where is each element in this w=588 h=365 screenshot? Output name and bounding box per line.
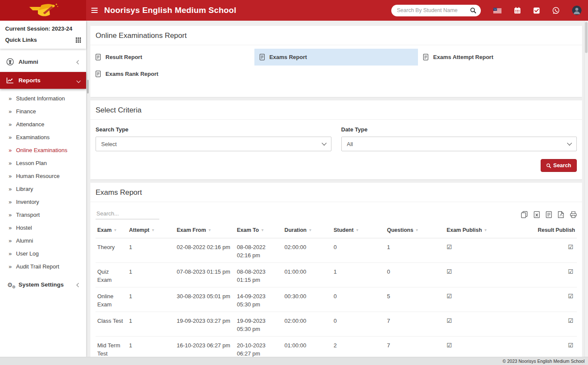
sidebar-item-label: System Settings — [19, 281, 64, 288]
exam-publish-checked-icon — [447, 244, 452, 250]
search-button[interactable]: Search — [541, 159, 577, 172]
sidebar-item-reports[interactable]: Reports — [0, 72, 86, 89]
col-header-exam-publish[interactable]: Exam Publish — [445, 223, 534, 238]
exam-publish-checked-icon — [447, 342, 452, 349]
search-type-label: Search Type — [96, 126, 331, 133]
table-row[interactable]: Class Test 1 19-09-2023 03:27 pm 19-09-2… — [96, 312, 577, 337]
subitem-hostel[interactable]: Hostel — [0, 221, 86, 234]
result-publish-checked-icon — [568, 342, 573, 349]
session-box: Current Session: 2023-24 Quick Links — [0, 21, 86, 49]
col-header-questions[interactable]: Questions — [385, 223, 445, 238]
chevron-down-icon — [77, 77, 80, 84]
exams-report-table: Exam Attempt Exam From Exam To Duration … — [96, 223, 577, 357]
subitem-finance[interactable]: Finance — [0, 105, 86, 118]
result-publish-checked-icon — [568, 244, 573, 250]
subitem-library[interactable]: Library — [0, 182, 86, 195]
table-row[interactable]: Theory 1 02-08-2022 02:16 pm 08-08-2022 … — [96, 238, 577, 263]
sidebar-item-alumni[interactable]: Alumni — [0, 53, 86, 71]
report-tab-grid: Result Report Exams Report Exams Attempt… — [90, 45, 582, 97]
select-criteria-card: Select Criteria Search Type Select Date … — [90, 100, 582, 179]
table-row[interactable]: Quiz Exam 1 07-08-2023 01:15 pm 08-08-20… — [96, 263, 577, 287]
search-icon — [546, 163, 551, 168]
export-print-button[interactable] — [570, 211, 577, 218]
search-icon[interactable] — [470, 7, 476, 13]
subitem-alumni[interactable]: Alumni — [0, 234, 86, 247]
app-window: Noorisys English Medium School — [0, 0, 588, 365]
top-navbar: Noorisys English Medium School — [0, 0, 588, 21]
calendar-icon[interactable] — [514, 7, 521, 14]
user-avatar[interactable] — [572, 6, 582, 15]
col-header-exam-from[interactable]: Exam From — [175, 223, 235, 238]
result-publish-checked-icon — [568, 268, 573, 275]
subitem-attendance[interactable]: Attendance — [0, 118, 86, 131]
page-title: Online Examinations Report — [90, 26, 582, 45]
navbar-right — [391, 5, 588, 16]
tasks-check-icon[interactable] — [533, 7, 540, 14]
table-row[interactable]: Online Exam 1 30-08-2023 05:01 pm 14-09-… — [96, 287, 577, 312]
subitem-audit-trail-report[interactable]: Audit Trail Report — [0, 260, 86, 273]
col-header-exam-to[interactable]: Exam To — [235, 223, 283, 238]
table-wrap: Exam Attempt Exam From Exam To Duration … — [90, 223, 582, 357]
exam-publish-checked-icon — [447, 268, 452, 275]
tab-exams-report[interactable]: Exams Report — [254, 49, 418, 66]
result-publish-checked-icon — [568, 293, 573, 299]
student-search-box[interactable] — [391, 5, 481, 16]
export-buttons — [521, 211, 577, 219]
col-header-exam[interactable]: Exam — [96, 223, 127, 238]
subitem-student-information[interactable]: Student Information — [0, 92, 86, 105]
export-pdf-button[interactable] — [558, 211, 564, 218]
tab-result-report[interactable]: Result Report — [90, 49, 254, 66]
export-csv-button[interactable] — [546, 211, 552, 218]
col-header-student[interactable]: Student — [332, 223, 385, 238]
search-type-select[interactable]: Select — [96, 137, 331, 151]
col-header-result-publish[interactable]: Result Publish — [533, 223, 577, 238]
chevron-left-icon — [77, 59, 80, 65]
whatsapp-icon[interactable] — [552, 7, 560, 14]
exam-publish-checked-icon — [447, 293, 452, 299]
exams-report-card: Exams Report — [90, 183, 582, 357]
sidebar-item-system-settings[interactable]: ⚙⚙ System Settings — [0, 276, 86, 293]
graduation-cap-logo-icon — [27, 2, 59, 19]
table-toolbar — [90, 202, 582, 223]
page-footer: © 2023 Noorisys English Medium School — [0, 357, 588, 365]
date-type-select-wrap: All — [341, 137, 577, 151]
chart-line-icon — [6, 77, 14, 84]
quick-links[interactable]: Quick Links — [5, 37, 81, 43]
app-title: Noorisys English Medium School — [104, 6, 236, 15]
page-scrollbar-thumb[interactable] — [585, 22, 588, 53]
date-type-select[interactable]: All — [341, 137, 577, 151]
student-search-input[interactable] — [397, 7, 467, 13]
tab-exams-rank-report[interactable]: Exams Rank Report — [90, 66, 254, 82]
export-excel-button[interactable] — [534, 211, 540, 218]
subitem-lesson-plan[interactable]: Lesson Plan — [0, 156, 86, 169]
export-copy-button[interactable] — [521, 211, 528, 218]
criteria-form: Search Type Select Date Type All — [90, 120, 582, 151]
sidebar: Current Session: 2023-24 Quick Links Alu… — [0, 21, 86, 357]
sidebar-scrollbar-thumb[interactable] — [87, 80, 89, 94]
school-logo[interactable] — [0, 0, 86, 21]
subitem-online-examinations[interactable]: Online Examinations — [0, 144, 86, 156]
navbar-left: Noorisys English Medium School — [91, 6, 391, 15]
file-icon — [423, 54, 428, 60]
table-row[interactable]: Mid Term Test 1 16-10-2023 06:27 pm 20-1… — [96, 337, 577, 357]
col-header-duration[interactable]: Duration — [283, 223, 332, 238]
file-icon — [260, 54, 265, 60]
grid-icon — [76, 37, 81, 43]
subitem-user-log[interactable]: User Log — [0, 247, 86, 260]
subitem-examinations[interactable]: Examinations — [0, 131, 86, 144]
table-search-input[interactable] — [96, 209, 159, 219]
table-search — [96, 209, 159, 219]
copyright-text: © 2023 Noorisys English Medium School — [503, 359, 585, 364]
subitem-human-resource[interactable]: Human Resource — [0, 169, 86, 182]
menu-toggle-icon[interactable] — [91, 8, 98, 13]
quick-links-label: Quick Links — [5, 37, 37, 43]
criteria-actions: Search — [90, 151, 582, 179]
subitem-transport[interactable]: Transport — [0, 208, 86, 221]
tab-exams-attempt-report[interactable]: Exams Attempt Report — [418, 49, 582, 66]
sidebar-menu: Alumni Reports Student Information Finan… — [0, 49, 86, 293]
reports-submenu: Student Information Finance Attendance E… — [0, 90, 86, 276]
col-header-attempt[interactable]: Attempt — [127, 223, 175, 238]
language-flag-icon[interactable] — [493, 8, 501, 13]
page-scrollbar[interactable] — [584, 21, 588, 357]
subitem-inventory[interactable]: Inventory — [0, 195, 86, 208]
